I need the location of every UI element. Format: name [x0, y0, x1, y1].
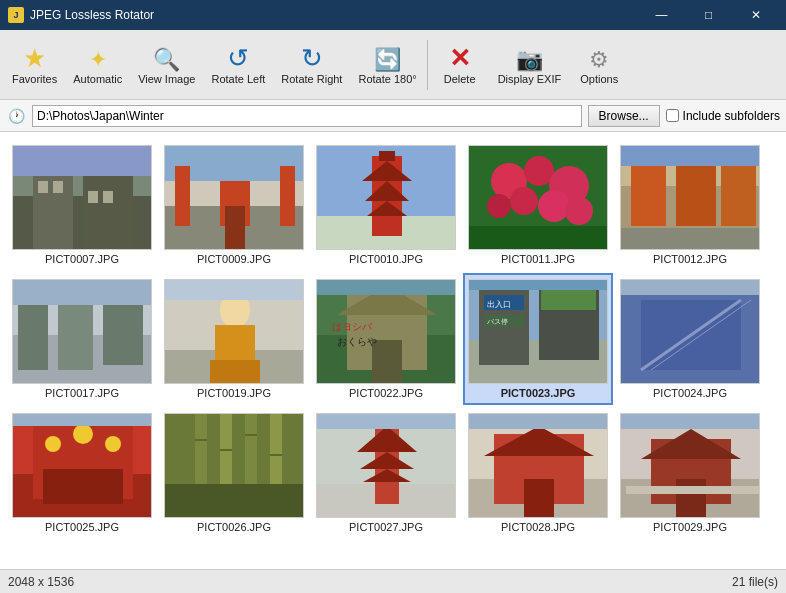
- svg-rect-37: [721, 156, 756, 226]
- thumbnail-filename: PICT0012.JPG: [653, 253, 727, 265]
- thumbnail-cell[interactable]: PICT0011.JPG: [463, 139, 613, 271]
- toolbar-separator: [427, 40, 428, 90]
- toolbar-favorites[interactable]: ★Favorites: [4, 34, 65, 96]
- favorites-label: Favorites: [12, 73, 57, 85]
- svg-rect-42: [18, 295, 48, 370]
- thumbnail-cell[interactable]: PICT0028.JPG: [463, 407, 613, 539]
- thumbnail-cell[interactable]: PICT0019.JPG: [159, 273, 309, 405]
- svg-rect-16: [280, 166, 295, 226]
- svg-rect-50: [210, 360, 260, 384]
- display_exif-label: Display EXIF: [498, 73, 562, 85]
- thumbnail-cell[interactable]: PICT0026.JPG: [159, 407, 309, 539]
- svg-rect-2: [33, 166, 73, 250]
- view_image-icon: 🔍: [153, 45, 180, 71]
- thumbnail-image: [164, 413, 304, 518]
- toolbar-view_image[interactable]: 🔍View Image: [130, 34, 203, 96]
- svg-rect-36: [676, 161, 716, 226]
- titlebar-left: J JPEG Lossless Rotator: [8, 7, 154, 23]
- thumbnail-filename: PICT0024.JPG: [653, 387, 727, 399]
- subfolders-text: Include subfolders: [683, 109, 780, 123]
- svg-rect-82: [13, 414, 152, 426]
- thumbnail-image: [12, 413, 152, 518]
- thumbnail-cell[interactable]: PICT0025.JPG: [7, 407, 157, 539]
- thumbnail-cell[interactable]: PICT0027.JPG: [311, 407, 461, 539]
- svg-rect-106: [469, 414, 608, 429]
- svg-text:おくらや: おくらや: [337, 336, 377, 347]
- thumbnail-image: 出入口 バス停: [468, 279, 608, 384]
- svg-point-29: [538, 190, 570, 222]
- svg-rect-6: [88, 191, 98, 203]
- toolbar-rotate_180[interactable]: 🔄Rotate 180°: [350, 34, 424, 96]
- thumbnail-image: はヨシバ おくらや: [316, 279, 456, 384]
- thumbnail-cell[interactable]: はヨシバ おくらや PICT0022.JPG: [311, 273, 461, 405]
- delete-icon: ✕: [449, 45, 471, 71]
- svg-rect-4: [38, 181, 48, 193]
- close-button[interactable]: ✕: [733, 0, 778, 30]
- svg-rect-15: [175, 166, 190, 226]
- thumbnail-cell[interactable]: PICT0017.JPG: [7, 273, 157, 405]
- svg-rect-38: [621, 146, 760, 166]
- svg-rect-93: [165, 484, 304, 518]
- rotate_180-label: Rotate 180°: [358, 73, 416, 85]
- thumbnail-cell[interactable]: PICT0029.JPG: [615, 407, 765, 539]
- thumbnail-filename: PICT0019.JPG: [197, 387, 271, 399]
- svg-point-80: [73, 424, 93, 444]
- svg-rect-51: [165, 280, 304, 300]
- toolbar-options[interactable]: ⚙Options: [569, 34, 629, 96]
- svg-rect-57: [317, 280, 456, 295]
- svg-point-31: [565, 197, 593, 225]
- thumbnail-filename: PICT0017.JPG: [45, 387, 119, 399]
- svg-rect-39: [621, 228, 760, 250]
- thumbnail-image: [12, 145, 152, 250]
- svg-rect-83: [43, 469, 123, 504]
- browse-button[interactable]: Browse...: [588, 105, 660, 127]
- rotate_left-icon: ↻: [227, 45, 249, 71]
- toolbar-automatic[interactable]: ✦Automatic: [65, 34, 130, 96]
- thumbnail-filename: PICT0022.JPG: [349, 387, 423, 399]
- toolbar-display_exif[interactable]: 📷Display EXIF: [490, 34, 570, 96]
- svg-rect-32: [469, 226, 608, 250]
- thumbnail-filename: PICT0011.JPG: [501, 253, 575, 265]
- toolbar-rotate_right[interactable]: ↻Rotate Right: [273, 34, 350, 96]
- svg-point-81: [105, 436, 121, 452]
- svg-point-79: [45, 436, 61, 452]
- thumbnail-cell[interactable]: PICT0007.JPG: [7, 139, 157, 271]
- display_exif-icon: 📷: [516, 45, 543, 71]
- thumbnail-filename: PICT0010.JPG: [349, 253, 423, 265]
- favorites-icon: ★: [23, 45, 46, 71]
- svg-rect-105: [524, 479, 554, 518]
- image-dimensions: 2048 x 1536: [8, 575, 74, 589]
- maximize-button[interactable]: □: [686, 0, 731, 30]
- statusbar: 2048 x 1536 21 file(s): [0, 569, 786, 593]
- svg-point-30: [487, 194, 511, 218]
- thumbnail-image: [164, 145, 304, 250]
- app-title: JPEG Lossless Rotator: [30, 8, 154, 22]
- svg-point-26: [524, 156, 554, 186]
- thumbnail-cell[interactable]: PICT0009.JPG: [159, 139, 309, 271]
- thumbnail-cell[interactable]: PICT0010.JPG: [311, 139, 461, 271]
- thumbnail-filename: PICT0023.JPG: [501, 387, 576, 399]
- toolbar-delete[interactable]: ✕Delete: [430, 34, 490, 96]
- svg-rect-75: [621, 280, 760, 295]
- toolbar-rotate_left[interactable]: ↻Rotate Left: [203, 34, 273, 96]
- thumbnail-cell[interactable]: PICT0012.JPG: [615, 139, 765, 271]
- thumbnail-cell[interactable]: 出入口 バス停 PICT0023.JPG: [463, 273, 613, 405]
- minimize-button[interactable]: —: [639, 0, 684, 30]
- app-icon: J: [8, 7, 24, 23]
- subfolders-checkbox[interactable]: [666, 109, 679, 122]
- subfolders-label[interactable]: Include subfolders: [666, 109, 780, 123]
- thumbnail-cell[interactable]: PICT0024.JPG: [615, 273, 765, 405]
- svg-text:出入口: 出入口: [487, 300, 511, 309]
- thumbnail-image: [316, 145, 456, 250]
- history-button[interactable]: 🕐: [6, 106, 26, 126]
- thumbnail-image: [316, 413, 456, 518]
- view_image-label: View Image: [138, 73, 195, 85]
- automatic-label: Automatic: [73, 73, 122, 85]
- main-content: PICT0007.JPG PICT0009.JPG PICT0010.JPG: [0, 132, 786, 569]
- svg-rect-69: [469, 280, 608, 290]
- thumbnail-image: [12, 279, 152, 384]
- titlebar: J JPEG Lossless Rotator — □ ✕: [0, 0, 786, 30]
- rotate_left-label: Rotate Left: [211, 73, 265, 85]
- path-input[interactable]: [32, 105, 582, 127]
- thumbnail-filename: PICT0027.JPG: [349, 521, 423, 533]
